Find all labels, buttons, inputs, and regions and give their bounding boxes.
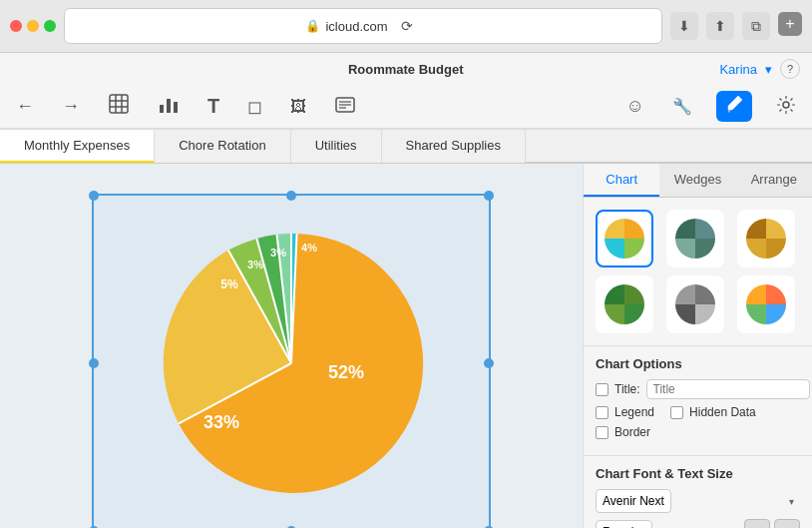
- user-chevron-icon: ▾: [765, 62, 772, 77]
- browser-chrome: 🔒 icloud.com ⟳ ⬇ ⬆ ⧉ +: [0, 0, 812, 53]
- handle-top-right[interactable]: [484, 191, 494, 201]
- font-section: Chart Font & Text Size Avenir Next ▾ Reg…: [584, 455, 812, 528]
- font-name-wrapper: Avenir Next ▾: [596, 489, 800, 513]
- emoji-button[interactable]: ☺: [622, 94, 648, 119]
- insert-image-button[interactable]: 🖼: [286, 96, 310, 118]
- panel-tab-wedges[interactable]: Wedges: [659, 164, 735, 197]
- svg-rect-7: [174, 102, 178, 113]
- textbox-icon: [334, 94, 356, 116]
- canvas-area[interactable]: 52% 33% 5% 3% 3% 4%: [0, 164, 583, 528]
- tab-monthly-expenses[interactable]: Monthly Expenses: [0, 130, 155, 163]
- title-label: Title:: [614, 382, 640, 396]
- chart-style-colorful[interactable]: [596, 210, 653, 267]
- font-section-title: Chart Font & Text Size: [596, 466, 800, 481]
- hidden-data-label: Hidden Data: [689, 405, 756, 419]
- chart-options-title: Chart Options: [596, 356, 800, 371]
- insert-shape-button[interactable]: ◻: [243, 94, 266, 120]
- handle-middle-right[interactable]: [484, 358, 494, 368]
- font-name-chevron-icon: ▾: [789, 496, 794, 507]
- text-size-row: Regular ▾ A A: [596, 519, 800, 528]
- label-3a: 3%: [247, 259, 263, 270]
- legend-label: Legend: [614, 405, 654, 419]
- insert-table-button[interactable]: [104, 91, 134, 122]
- svg-rect-6: [167, 99, 171, 113]
- handle-top-middle[interactable]: [286, 191, 296, 201]
- chart-style-grayscale[interactable]: [666, 275, 724, 333]
- hidden-data-checkbox[interactable]: [670, 406, 683, 419]
- table-icon: [108, 93, 130, 115]
- tab-shared-supplies[interactable]: Shared Supplies: [382, 130, 526, 163]
- border-option-row: Border: [596, 425, 800, 439]
- app-title: Roommate Budget: [92, 62, 719, 77]
- settings-button[interactable]: [772, 93, 800, 121]
- title-input[interactable]: [646, 379, 810, 399]
- reload-button[interactable]: ⟳: [393, 12, 421, 40]
- panel-tab-arrange[interactable]: Arrange: [736, 164, 812, 197]
- label-4: 4%: [301, 242, 317, 254]
- insert-textbox-button[interactable]: [330, 92, 360, 122]
- tab-utilities[interactable]: Utilities: [291, 130, 382, 163]
- traffic-lights: [10, 20, 56, 32]
- font-name-select[interactable]: Avenir Next: [596, 489, 671, 513]
- legend-checkbox[interactable]: [596, 406, 609, 419]
- panel-tab-chart[interactable]: Chart: [584, 164, 659, 197]
- app-header: Roommate Budget Karina ▾ ? ← → T: [0, 53, 812, 130]
- increase-font-button[interactable]: A: [774, 519, 800, 528]
- font-style-wrapper: Regular ▾: [596, 520, 740, 528]
- legend-option-row: Legend Hidden Data: [596, 405, 800, 419]
- maximize-button[interactable]: [44, 20, 56, 32]
- label-5: 5%: [220, 277, 238, 291]
- download-button[interactable]: ⬇: [670, 12, 698, 40]
- label-33: 33%: [203, 412, 239, 432]
- decrease-font-button[interactable]: A: [744, 519, 770, 528]
- panel-tabs: Chart Wedges Arrange: [584, 164, 812, 198]
- tab-overview-button[interactable]: ⧉: [742, 12, 770, 40]
- app-title-bar: Roommate Budget Karina ▾ ?: [0, 53, 812, 85]
- toolbar: ← → T ◻ 🖼: [0, 85, 812, 129]
- title-option-row: Title:: [596, 379, 800, 399]
- chart-style-green[interactable]: [596, 275, 653, 333]
- right-panel: Chart Wedges Arrange: [583, 164, 812, 528]
- new-tab-button[interactable]: +: [778, 12, 802, 36]
- redo-button[interactable]: →: [58, 94, 84, 119]
- user-name: Karina: [719, 62, 757, 77]
- chart-styles-grid: [584, 198, 812, 345]
- chart-style-dark[interactable]: [666, 210, 724, 267]
- title-checkbox[interactable]: [596, 383, 609, 396]
- url-text: icloud.com: [325, 19, 387, 34]
- svg-point-12: [783, 102, 789, 108]
- chart-style-colorful2[interactable]: [737, 275, 795, 333]
- font-style-select[interactable]: Regular: [596, 520, 652, 528]
- tabs-bar: Monthly Expenses Chore Rotation Utilitie…: [0, 130, 812, 164]
- handle-top-left[interactable]: [89, 191, 99, 201]
- chart-container[interactable]: 52% 33% 5% 3% 3% 4%: [92, 194, 491, 529]
- chart-style-warm[interactable]: [737, 210, 795, 267]
- insert-text-button[interactable]: T: [203, 93, 223, 120]
- chart-icon: [158, 93, 180, 115]
- label-3b: 3%: [270, 247, 286, 259]
- tab-chore-rotation[interactable]: Chore Rotation: [155, 130, 290, 163]
- chart-options-section: Chart Options Title: Legend Hidden Data …: [584, 345, 812, 455]
- browser-actions: ⬇ ⬆ ⧉ +: [670, 12, 802, 40]
- label-52: 52%: [328, 362, 364, 382]
- paintbrush-icon: [724, 94, 744, 114]
- insert-chart-button[interactable]: [154, 91, 184, 122]
- share-button[interactable]: ⬆: [706, 12, 734, 40]
- pie-chart: 52% 33% 5% 3% 3% 4%: [152, 224, 431, 503]
- format-button[interactable]: [716, 91, 752, 122]
- border-checkbox[interactable]: [596, 426, 609, 439]
- undo-button[interactable]: ←: [12, 94, 38, 119]
- minimize-button[interactable]: [27, 20, 39, 32]
- svg-rect-5: [160, 105, 164, 113]
- handle-middle-left[interactable]: [89, 358, 99, 368]
- user-section[interactable]: Karina ▾ ?: [719, 59, 800, 79]
- font-name-row: Avenir Next ▾: [596, 489, 800, 513]
- close-button[interactable]: [10, 20, 22, 32]
- address-bar[interactable]: 🔒 icloud.com ⟳: [64, 8, 662, 44]
- settings-icon: [776, 95, 796, 115]
- main-content: 52% 33% 5% 3% 3% 4% Chart Wedges Arrange: [0, 164, 812, 528]
- help-button[interactable]: ?: [780, 59, 800, 79]
- wrench-button[interactable]: 🔧: [668, 95, 696, 118]
- lock-icon: 🔒: [305, 19, 320, 33]
- svg-rect-0: [110, 95, 128, 113]
